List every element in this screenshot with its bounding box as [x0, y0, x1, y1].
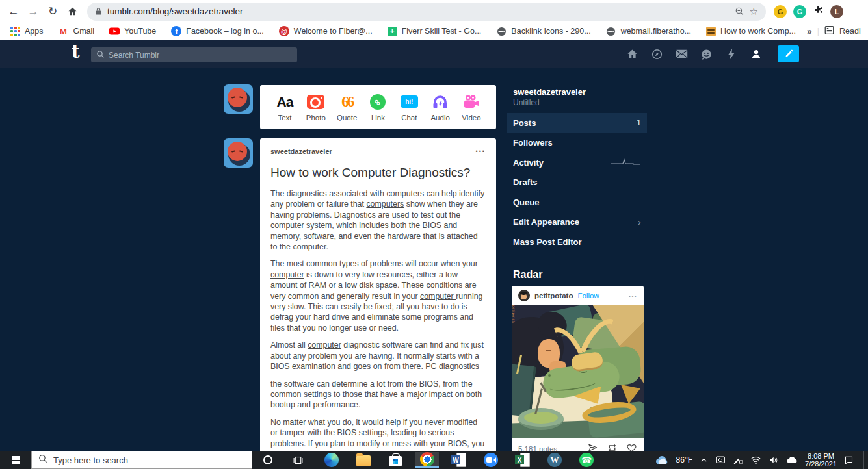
sidebar-item-followers[interactable]: Followers: [507, 133, 647, 153]
taskbar-file-explorer[interactable]: [352, 452, 375, 468]
tumblr-search-input[interactable]: [109, 51, 292, 60]
sidebar-item-queue[interactable]: Queue: [507, 192, 647, 212]
compose-quote-button[interactable]: 66 Quote: [333, 94, 362, 121]
blog-avatar[interactable]: [224, 138, 253, 168]
sidebar-item-edit-appearance[interactable]: Edit Appearance ›: [507, 212, 647, 233]
apps-shortcut[interactable]: Apps: [7, 25, 47, 38]
profile-avatar[interactable]: L: [830, 5, 843, 18]
blog-avatar[interactable]: [224, 84, 253, 114]
taskbar-clock[interactable]: 8:08 PM 7/28/2021: [805, 452, 837, 468]
inline-link[interactable]: computer: [308, 340, 341, 349]
activity-sparkline: [610, 157, 641, 168]
bookmark-backlink-icons[interactable]: Backlink Icons - 290...: [492, 25, 594, 38]
extensions-puzzle-icon[interactable]: [813, 5, 824, 18]
bookmark-welcome-fiber[interactable]: Welcome to Fiber@...: [275, 25, 376, 38]
radar-avatar[interactable]: [518, 290, 530, 301]
inbox-envelope-icon[interactable]: [676, 48, 688, 60]
bookmark-gmail[interactable]: M Gmail: [55, 25, 99, 38]
wifi-icon[interactable]: [750, 455, 761, 464]
windows-search-box[interactable]: [31, 451, 252, 469]
inline-link[interactable]: computers: [386, 189, 424, 198]
grammarly-extension-icon[interactable]: G: [793, 5, 806, 18]
compose-video-button[interactable]: Video: [457, 94, 486, 121]
inline-link[interactable]: computer: [270, 221, 304, 230]
weather-cloud-icon[interactable]: [655, 455, 669, 465]
post-username[interactable]: sweetdazetraveler: [270, 147, 332, 155]
taskbar-excel[interactable]: X: [511, 452, 534, 468]
windows-search-input[interactable]: [53, 455, 245, 465]
taskbar-word[interactable]: W: [447, 452, 471, 468]
back-button[interactable]: ←: [4, 3, 23, 21]
volume-icon[interactable]: [769, 455, 779, 464]
radar-post-card: petitpotato Follow ••• petitpotato.t: [512, 286, 644, 458]
messaging-smiley-icon[interactable]: [700, 48, 713, 60]
bookmark-star-icon[interactable]: ☆: [750, 6, 758, 18]
task-view-button[interactable]: [286, 452, 309, 468]
show-desktop-strip[interactable]: [863, 451, 864, 469]
sidebar-item-drafts[interactable]: Drafts: [507, 173, 647, 193]
post-meatball-menu[interactable]: •••: [476, 148, 486, 155]
reading-list-label[interactable]: Reading l: [839, 27, 861, 36]
refresh-button[interactable]: ↻: [43, 3, 62, 21]
bookmark-how-to-work[interactable]: How to work Comp...: [702, 25, 800, 38]
bookmarks-bar: Apps M Gmail YouTube Facebook – log in o…: [0, 23, 868, 40]
taskbar-whatsapp[interactable]: [575, 452, 598, 468]
inline-link[interactable]: computer: [270, 270, 304, 279]
bookmark-facebook[interactable]: Facebook – log in o...: [167, 25, 268, 38]
temperature[interactable]: 86°F: [676, 455, 692, 464]
taskbar-video-call-app[interactable]: [479, 452, 503, 468]
follow-link[interactable]: Follow: [577, 292, 599, 299]
extension-g-yellow-icon[interactable]: G: [774, 5, 787, 18]
new-post-pencil-button[interactable]: [778, 45, 799, 62]
radar-username[interactable]: petitpotato: [534, 292, 573, 299]
inline-link[interactable]: computer: [420, 292, 456, 301]
sidebar-item-mass-post-editor[interactable]: Mass Post Editor: [507, 232, 647, 252]
start-button[interactable]: [0, 451, 31, 469]
sidebar-item-activity[interactable]: Activity: [507, 153, 647, 173]
bookmarks-separator: |: [817, 27, 819, 36]
post-title: How to work Computer Diagnostics?: [270, 166, 486, 180]
radar-artwork[interactable]: petitpotato.tumblr.com: [512, 305, 644, 438]
onedrive-cloud-icon[interactable]: [786, 456, 798, 464]
cortana-icon: [263, 455, 272, 464]
explore-compass-icon[interactable]: [651, 48, 663, 60]
compose-audio-button[interactable]: Audio: [426, 94, 454, 121]
taskbar-chrome[interactable]: [415, 452, 439, 468]
taskbar-store[interactable]: [384, 452, 407, 468]
bookmark-webmail[interactable]: webmail.fiberatho...: [602, 25, 695, 38]
account-person-icon[interactable]: [750, 48, 762, 60]
tumblr-logo[interactable]: t: [72, 42, 79, 62]
inline-link[interactable]: computers: [366, 199, 404, 209]
post-paragraph: The diagnostics associated with computer…: [270, 188, 486, 252]
at-icon: [279, 26, 289, 36]
bookmark-youtube[interactable]: YouTube: [105, 25, 160, 38]
taskbar-edge[interactable]: [320, 452, 343, 468]
compose-photo-button[interactable]: Photo: [302, 94, 330, 121]
reading-list-icon[interactable]: [824, 25, 834, 37]
post-card: sweetdazetraveler ••• How to work Comput…: [260, 138, 496, 469]
bookmarks-overflow-button[interactable]: »: [807, 26, 812, 36]
radar-meatball-menu[interactable]: •••: [629, 293, 637, 299]
cast-display-icon[interactable]: [715, 455, 726, 464]
pen-input-icon[interactable]: [733, 455, 743, 464]
activity-lightning-icon[interactable]: [725, 48, 737, 60]
address-bar[interactable]: tumblr.com/blog/sweetdazetraveler ☆: [87, 3, 766, 21]
sidebar-username[interactable]: sweetdazetraveler: [513, 87, 647, 97]
tumblr-search-box[interactable]: [91, 47, 297, 62]
tray-expand-chevron-icon[interactable]: [700, 456, 708, 464]
home-button[interactable]: [62, 3, 82, 21]
forward-button[interactable]: →: [23, 3, 43, 21]
dashboard-home-icon[interactable]: [626, 48, 638, 60]
sidebar-item-posts[interactable]: Posts 1: [507, 113, 647, 133]
compose-link-button[interactable]: Link: [363, 94, 392, 121]
zoom-out-icon[interactable]: [735, 6, 744, 16]
action-center-icon[interactable]: [844, 455, 854, 464]
compose-text-button[interactable]: Aa Text: [270, 94, 299, 121]
cortana-button[interactable]: [256, 452, 280, 468]
bookmark-fiverr[interactable]: Fiverr Skill Test - Go...: [384, 25, 486, 38]
taskbar-wordpress[interactable]: [543, 452, 566, 468]
wordpress-icon: [547, 453, 562, 467]
compose-chat-button[interactable]: hi! Chat: [395, 94, 423, 121]
url-text[interactable]: tumblr.com/blog/sweetdazetraveler: [107, 6, 730, 16]
microsoft-store-icon: [389, 456, 402, 466]
